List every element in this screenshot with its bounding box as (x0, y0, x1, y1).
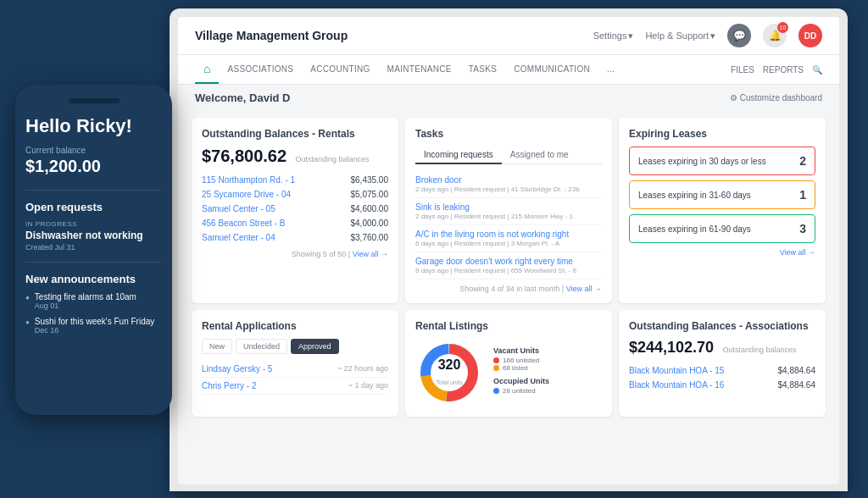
task-meta-1: 2 days ago | Resident request | 41 Sturb… (415, 185, 602, 193)
outstanding-rentals-card: Outstanding Balances - Rentals $76,800.6… (192, 118, 398, 303)
notifications-button[interactable]: 🔔 10 (763, 24, 787, 47)
phone-announcement-text-1: Testing fire alarms at 10am (35, 292, 136, 302)
tab-assigned-to-me[interactable]: Assigned to me (502, 147, 577, 164)
notification-badge: 10 (777, 22, 788, 33)
laptop-screen: Village Management Group Settings ▾ Help… (178, 17, 839, 484)
nav-reports[interactable]: REPORTS (763, 65, 804, 75)
rental-listings-title: Rental Listings (415, 320, 602, 332)
lease-row-90: Leases expiring in 61-90 days 3 (629, 214, 815, 243)
nav-communication[interactable]: COMMUNICATION (505, 56, 598, 84)
donut-number: 320 (436, 357, 463, 373)
tasks-title: Tasks (415, 128, 602, 140)
assoc-link-1[interactable]: Black Mountain HOA - 15 (629, 366, 724, 375)
phone-announcement-date-2: Dec 16 (35, 326, 154, 335)
task-title-4[interactable]: Garage door doesn't work right every tim… (415, 257, 602, 266)
nav-more[interactable]: ... (598, 56, 623, 84)
phone-divider (25, 190, 162, 191)
phone-request-status: IN PROGRESS (25, 220, 162, 228)
phone-greeting: Hello Ricky! (25, 115, 162, 137)
outstanding-rentals-list: 115 Northampton Rd. - 1 $6,435.00 25 Syc… (202, 173, 388, 245)
balance-value-4: $4,000.00 (351, 219, 389, 228)
welcome-prefix: Welcome, (195, 91, 249, 104)
outstanding-associations-amount-row: $244,102.70 Outstanding balances (629, 339, 815, 357)
customize-dashboard-button[interactable]: ⚙ Customize dashboard (730, 93, 822, 102)
outstanding-associations-list: Black Mountain HOA - 15 $4,884.64 Black … (629, 363, 815, 392)
view-all-rentals-link[interactable]: View all → (353, 250, 388, 258)
balance-link-5[interactable]: Samuel Center - 04 (202, 233, 275, 242)
assoc-value-1: $4,884.64 (778, 366, 816, 375)
table-row: Samuel Center - 04 $3,760.00 (202, 230, 388, 245)
task-meta-3: 6 days ago | Resident request | 3 Morgan… (415, 240, 602, 247)
outstanding-rentals-label: Outstanding balances (296, 155, 370, 163)
app-row-1: Lindsay Gersky - 5 ~ 22 hours ago (202, 361, 388, 378)
balance-link-4[interactable]: 456 Beacon Street - B (202, 219, 285, 228)
user-avatar[interactable]: DD (798, 24, 822, 47)
table-row: 456 Beacon Street - B $4,000.00 (202, 216, 388, 230)
task-item-3: A/C in the living room is not working ri… (415, 225, 602, 252)
nav-search[interactable]: 🔍 (812, 65, 822, 75)
tab-undecided[interactable]: Undecided (236, 339, 287, 354)
app-time-1: ~ 22 hours ago (337, 364, 388, 374)
lease-row-30: Leases expiring in 30 days or less 2 (629, 147, 815, 175)
outstanding-rentals-footer: Showing 5 of 50 | View all → (202, 250, 388, 258)
task-title-2[interactable]: Sink is leaking (415, 202, 602, 212)
chat-button[interactable]: 💬 (727, 24, 751, 47)
legend-occupied: Occupied Units 28 unlisted (493, 377, 602, 395)
rental-applications-card: Rental Applications New Undecided Approv… (192, 310, 398, 417)
phone-announcement-2: ● Sushi for this week's Fun Friday Dec 1… (25, 317, 162, 335)
expiring-leases-card: Expiring Leases Leases expiring in 30 da… (619, 118, 826, 303)
table-row: 25 Sycamore Drive - 04 $5,075.00 (202, 187, 388, 202)
outstanding-associations-amount: $244,102.70 (629, 339, 714, 356)
phone-open-requests-title: Open requests (25, 201, 162, 213)
legend-vacant-title: Vacant Units (493, 346, 602, 355)
phone-frame: Hello Ricky! Current balance $1,200.00 O… (15, 85, 172, 415)
dashboard: Outstanding Balances - Rentals $76,800.6… (178, 111, 839, 423)
table-row: Black Mountain HOA - 15 $4,884.64 (629, 363, 815, 378)
tasks-footer: Showing 4 of 34 in last month | View all… (415, 285, 602, 293)
balance-link-1[interactable]: 115 Northampton Rd. - 1 (202, 175, 295, 185)
task-item-2: Sink is leaking 2 days ago | Resident re… (415, 198, 602, 225)
nav-maintenance[interactable]: MAINTENANCE (379, 56, 460, 84)
outstanding-rentals-title: Outstanding Balances - Rentals (202, 128, 388, 140)
bullet-icon-2: ● (25, 318, 30, 326)
nav-home[interactable]: ⌂ (195, 55, 219, 84)
balance-link-3[interactable]: Samuel Center - 05 (202, 204, 275, 213)
phone-announcements-title: New announcements (25, 273, 162, 285)
legend-item-occupied-unlisted: 28 unlisted (493, 387, 602, 395)
lease-count-30: 2 (799, 154, 806, 168)
listings-legend: Vacant Units 166 unlisted 68 listed (493, 346, 602, 400)
app-link-2[interactable]: Chris Perry - 2 (202, 381, 256, 390)
balance-link-2[interactable]: 25 Sycamore Drive - 04 (202, 190, 291, 199)
help-link[interactable]: Help & Support ▾ (645, 30, 715, 42)
balance-value-1: $6,435.00 (351, 175, 389, 185)
nav-tasks[interactable]: TASKS (460, 56, 506, 84)
view-all-tasks-link[interactable]: View all → (566, 285, 602, 293)
app-link-1[interactable]: Lindsay Gersky - 5 (202, 364, 272, 374)
phone-request-date: Created Jul 31 (25, 243, 162, 252)
blue-dot (493, 388, 499, 394)
tab-approved[interactable]: Approved (291, 339, 339, 354)
nav-associations[interactable]: ASSOCIATIONS (219, 56, 302, 84)
donut-center: 320 Total units (436, 357, 463, 388)
view-all-leases-link[interactable]: View all → (629, 248, 815, 257)
task-title-1[interactable]: Broken door (415, 175, 602, 185)
nav-files[interactable]: FILES (731, 65, 754, 75)
lease-count-60: 1 (799, 188, 806, 202)
table-row: 115 Northampton Rd. - 1 $6,435.00 (202, 173, 388, 187)
task-title-3[interactable]: A/C in the living room is not working ri… (415, 230, 602, 239)
donut-sub: Total units (436, 379, 463, 385)
settings-link[interactable]: Settings ▾ (593, 30, 634, 42)
listings-content: 320 Total units Vacant Units 166 unliste… (415, 339, 602, 407)
table-row: Black Mountain HOA - 16 $4,884.64 (629, 378, 815, 392)
assoc-link-2[interactable]: Black Mountain HOA - 16 (629, 380, 724, 390)
tab-incoming-requests[interactable]: Incoming requests (415, 147, 502, 164)
tab-new[interactable]: New (202, 339, 232, 354)
nav-accounting[interactable]: ACCOUNTING (302, 56, 378, 84)
welcome-name: David D (249, 91, 290, 104)
chat-icon: 💬 (733, 30, 746, 42)
rental-listings-card: Rental Listings (405, 310, 612, 417)
app-time-2: ~ 1 day ago (348, 381, 388, 390)
yellow-dot (493, 365, 499, 371)
table-row: Samuel Center - 05 $4,600.00 (202, 202, 388, 216)
task-item-1: Broken door 2 days ago | Resident reques… (415, 171, 602, 198)
